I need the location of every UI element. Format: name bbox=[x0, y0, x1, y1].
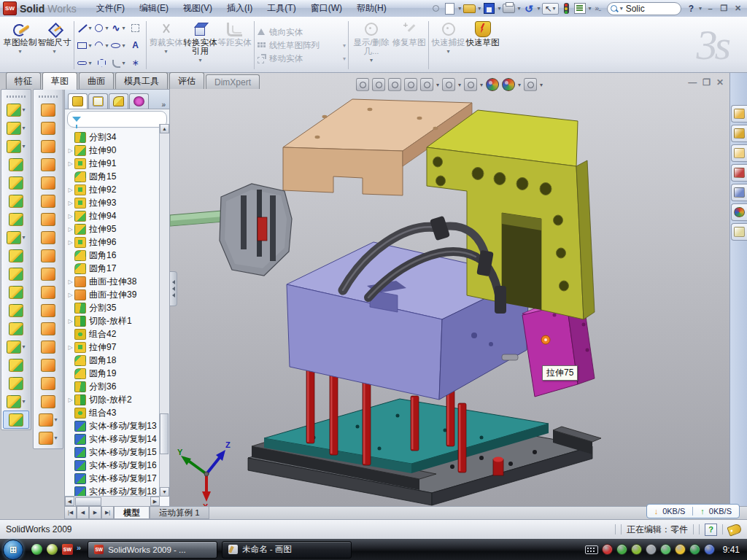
tab-configuration-manager[interactable] bbox=[109, 93, 128, 109]
open-file-caret[interactable]: ▾ bbox=[478, 5, 481, 12]
untrim-surface-button[interactable] bbox=[35, 374, 61, 392]
tree-item[interactable]: 圆角17 bbox=[66, 262, 169, 275]
tree-item[interactable]: 组合42 bbox=[66, 327, 169, 341]
new-file-caret[interactable]: ▾ bbox=[458, 5, 461, 12]
tab-dimxpert-manager[interactable] bbox=[129, 93, 149, 109]
dome-button[interactable] bbox=[3, 265, 29, 283]
menu-item-2[interactable]: 视图(V) bbox=[177, 0, 219, 17]
trim-entities-button[interactable]: 剪裁实体 ▾ bbox=[149, 18, 183, 72]
ellipse-button[interactable]: ▾ bbox=[110, 36, 127, 54]
linear-pattern-caret[interactable]: ▾ bbox=[343, 42, 346, 49]
offset-entities-button[interactable]: 等距实体 bbox=[217, 18, 252, 72]
axis-button[interactable] bbox=[3, 374, 29, 392]
tree-horizontal-scrollbar[interactable]: ◀ ▶ bbox=[65, 496, 160, 506]
sketch-caret[interactable]: ▾ bbox=[18, 47, 21, 56]
surface-reference-geometry-caret[interactable]: ▾ bbox=[54, 416, 57, 423]
ribbon-tab-0[interactable]: 特征 bbox=[6, 72, 41, 89]
line-button[interactable]: ▾ bbox=[77, 19, 93, 36]
help-button[interactable]: ? bbox=[686, 4, 697, 14]
apply-scene-icon[interactable] bbox=[502, 78, 515, 91]
scroll-right-icon[interactable]: ▶ bbox=[150, 497, 160, 506]
expand-arrow-icon[interactable]: ▷ bbox=[66, 200, 74, 206]
expand-arrow-icon[interactable]: ▷ bbox=[66, 160, 74, 167]
apply-scene-caret[interactable]: ▾ bbox=[518, 82, 521, 88]
expand-arrow-icon[interactable]: ▷ bbox=[66, 213, 74, 219]
tree-item[interactable]: 实体-移动/复制14 bbox=[66, 432, 169, 446]
doc-minimize-button[interactable]: — bbox=[688, 77, 697, 88]
reference-geometry-caret[interactable]: ▾ bbox=[22, 343, 25, 350]
horizontal-scroll-thumb[interactable] bbox=[75, 497, 101, 506]
quick-tips-button[interactable]: ? bbox=[705, 524, 717, 536]
move-copy-body-button[interactable] bbox=[3, 319, 29, 338]
tree-item[interactable]: ▷拉伸94 bbox=[66, 209, 169, 222]
extruded-boss-caret[interactable]: ▾ bbox=[22, 106, 25, 113]
expand-arrow-icon[interactable]: ▷ bbox=[66, 318, 74, 324]
messenger-status-tray-icon[interactable] bbox=[704, 544, 715, 555]
undo-caret[interactable]: ▾ bbox=[537, 5, 540, 12]
fillet-button[interactable]: ▾ bbox=[3, 137, 29, 155]
open-file-button[interactable] bbox=[463, 3, 476, 15]
menu-item-3[interactable]: 插入(I) bbox=[220, 0, 259, 17]
select-tool-button[interactable]: ↖▾ bbox=[542, 3, 558, 15]
expand-arrow-icon[interactable]: ▷ bbox=[66, 239, 74, 246]
smart-dimension-caret[interactable]: ▾ bbox=[53, 47, 55, 56]
ribbon-tab-2[interactable]: 曲面 bbox=[79, 72, 114, 89]
graphics-viewport[interactable]: Y Z X ▾▾▾▾▾ — ❐ ✕ 拉伸75 bbox=[170, 73, 729, 507]
panel-splitter[interactable] bbox=[170, 271, 177, 306]
tree-item[interactable]: 组合43 bbox=[66, 406, 169, 419]
wrap-button[interactable] bbox=[3, 210, 29, 228]
solidworks-shortcut-icon[interactable]: SW bbox=[62, 544, 73, 555]
convert-entities-button[interactable]: 转换实体引用 ▾ bbox=[183, 18, 217, 72]
freeform-button[interactable] bbox=[35, 228, 61, 246]
design-library-tab[interactable] bbox=[731, 125, 747, 142]
tree-item[interactable]: 实体-移动/复制17 bbox=[66, 472, 169, 485]
tree-item[interactable]: ▷拉伸92 bbox=[66, 183, 169, 196]
view-palette-tab[interactable] bbox=[731, 184, 747, 201]
scroll-left-icon[interactable]: ◀ bbox=[65, 497, 74, 506]
circle-button[interactable]: ▾ bbox=[93, 19, 110, 36]
messenger-icon[interactable] bbox=[31, 544, 42, 555]
replace-face-button[interactable] bbox=[35, 301, 61, 319]
selection-box-button[interactable] bbox=[127, 19, 144, 36]
options-caret[interactable]: ▾ bbox=[589, 5, 592, 12]
previous-view-icon[interactable] bbox=[388, 78, 401, 91]
menu-item-1[interactable]: 编辑(E) bbox=[133, 0, 175, 17]
draft-button[interactable] bbox=[3, 192, 29, 210]
offset-surface-button[interactable] bbox=[35, 210, 61, 228]
minimize-button[interactable]: – bbox=[704, 3, 716, 14]
vertical-scroll-thumb[interactable] bbox=[160, 413, 169, 454]
slot-button[interactable]: ▾ bbox=[77, 54, 93, 71]
solidworks-resources-tab[interactable] bbox=[731, 105, 747, 122]
arc-button[interactable]: ▾ bbox=[93, 36, 110, 54]
tree-item[interactable]: 圆角19 bbox=[66, 367, 169, 380]
curves-button[interactable]: ▾ bbox=[3, 392, 29, 411]
smart-dimension-button[interactable]: 智能尺寸 ▾ bbox=[37, 18, 71, 72]
select-caret[interactable]: ▾ bbox=[552, 5, 555, 12]
shell-button[interactable] bbox=[3, 174, 29, 192]
panel-overflow-chevron[interactable]: » bbox=[159, 101, 168, 109]
rapid-sketch-button[interactable]: 快速草图 bbox=[465, 18, 500, 72]
display-style-icon[interactable] bbox=[442, 78, 455, 91]
view-orientation-icon[interactable] bbox=[420, 78, 433, 91]
view-settings-caret[interactable]: ▾ bbox=[540, 82, 543, 88]
quick-launch-chevron[interactable]: » bbox=[77, 543, 81, 552]
fillet-surface-button[interactable] bbox=[35, 265, 61, 283]
expand-arrow-icon[interactable]: ▷ bbox=[66, 226, 74, 233]
expand-arrow-icon[interactable]: ▷ bbox=[66, 344, 74, 351]
tree-item[interactable]: ▷拉伸93 bbox=[66, 196, 169, 209]
tree-item[interactable]: 实体-移动/复制13 bbox=[66, 419, 169, 432]
media-player-icon[interactable] bbox=[47, 544, 58, 555]
boundary-surface-button[interactable] bbox=[35, 174, 61, 192]
ribbon-tab-1[interactable]: 草图 bbox=[42, 72, 77, 90]
search-box[interactable]: ▾ Solic bbox=[607, 2, 681, 15]
taskbar-task-1[interactable]: 未命名 - 画图 bbox=[222, 541, 352, 559]
section-view-icon[interactable] bbox=[404, 78, 417, 91]
save-button[interactable] bbox=[483, 3, 495, 15]
tree-item[interactable]: 圆角18 bbox=[66, 354, 169, 367]
tree-item[interactable]: 分割34 bbox=[66, 131, 169, 144]
print-button[interactable] bbox=[503, 3, 515, 15]
linear-pattern-caret[interactable]: ▾ bbox=[22, 234, 25, 241]
health-shield-tray-icon[interactable] bbox=[689, 544, 700, 555]
linear-sketch-pattern-button[interactable]: 线性草图阵列 ▾ bbox=[257, 40, 346, 51]
print-caret[interactable]: ▾ bbox=[517, 5, 520, 12]
